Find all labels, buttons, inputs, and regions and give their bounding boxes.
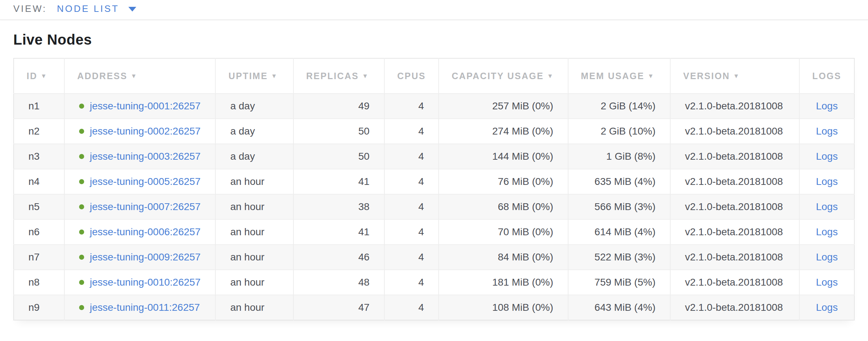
cpus-cell: 4 <box>384 295 439 320</box>
table-row-n1: n1jesse-tuning-0001:26257a day494257 MiB… <box>14 94 854 119</box>
logs-cell: Logs <box>799 245 854 270</box>
logs-cell: Logs <box>799 194 854 219</box>
version-cell: v2.1.0-beta.20181008 <box>670 270 799 295</box>
node-logs-link[interactable]: Logs <box>816 176 838 187</box>
column-header-label: REPLICAS <box>306 71 359 81</box>
capacity-cell: 76 MiB (0%) <box>439 169 568 194</box>
id-cell: n8 <box>14 270 64 295</box>
node-address-link[interactable]: jesse-tuning-0009:26257 <box>90 251 201 263</box>
logs-cell: Logs <box>799 219 854 245</box>
mem-cell: 566 MiB (3%) <box>568 194 670 219</box>
table-row-n5: n5jesse-tuning-0007:26257an hour38468 Mi… <box>14 194 854 219</box>
uptime-cell: a day <box>215 119 293 144</box>
address-wrap: jesse-tuning-0001:26257 <box>79 100 201 112</box>
node-address-link[interactable]: jesse-tuning-0007:26257 <box>90 201 201 213</box>
node-logs-link[interactable]: Logs <box>816 251 838 263</box>
capacity-cell: 144 MiB (0%) <box>439 144 568 169</box>
uptime-cell: an hour <box>215 245 293 270</box>
node-live-status-dot-icon <box>79 229 84 235</box>
node-address-link[interactable]: jesse-tuning-0002:26257 <box>90 126 201 137</box>
column-header-label: CAPACITY USAGE <box>452 71 544 81</box>
address-wrap: jesse-tuning-0005:26257 <box>79 176 201 187</box>
node-live-status-dot-icon <box>79 104 84 109</box>
column-header-cpus: CPUS <box>384 58 439 94</box>
id-cell: n6 <box>14 219 64 245</box>
capacity-cell: 70 MiB (0%) <box>439 219 568 245</box>
replicas-cell: 41 <box>293 219 384 245</box>
logs-cell: Logs <box>799 144 854 169</box>
node-logs-link[interactable]: Logs <box>816 100 838 112</box>
table-row-n2: n2jesse-tuning-0002:26257a day504274 MiB… <box>14 119 854 144</box>
uptime-cell: an hour <box>215 295 293 320</box>
node-logs-link[interactable]: Logs <box>816 126 838 137</box>
table-row-n8: n8jesse-tuning-0010:26257an hour484181 M… <box>14 270 854 295</box>
sort-desc-icon: ▼ <box>547 73 554 79</box>
column-header-id[interactable]: ID▼ <box>14 58 64 94</box>
column-header-mem[interactable]: MEM USAGE▼ <box>568 58 670 94</box>
node-live-status-dot-icon <box>79 255 84 260</box>
capacity-cell: 257 MiB (0%) <box>439 94 568 119</box>
address-wrap: jesse-tuning-0002:26257 <box>79 126 201 137</box>
node-logs-link[interactable]: Logs <box>816 226 838 237</box>
column-header-replicas[interactable]: REPLICAS▼ <box>293 58 384 94</box>
uptime-cell: an hour <box>215 169 293 194</box>
column-header-version[interactable]: VERSION▼ <box>670 58 799 94</box>
cpus-cell: 4 <box>384 144 439 169</box>
table-row-n9: n9jesse-tuning-0011:26257an hour474108 M… <box>14 295 854 320</box>
replicas-cell: 50 <box>293 119 384 144</box>
address-cell: jesse-tuning-0010:26257 <box>64 270 216 295</box>
capacity-cell: 108 MiB (0%) <box>439 295 568 320</box>
uptime-cell: an hour <box>215 194 293 219</box>
address-wrap: jesse-tuning-0006:26257 <box>79 226 201 238</box>
node-address-link[interactable]: jesse-tuning-0006:26257 <box>90 226 201 238</box>
node-live-status-dot-icon <box>79 154 84 159</box>
logs-cell: Logs <box>799 169 854 194</box>
id-cell: n7 <box>14 245 64 270</box>
logs-cell: Logs <box>799 119 854 144</box>
sort-desc-icon: ▼ <box>131 73 137 79</box>
column-header-label: UPTIME <box>228 71 268 81</box>
column-header-address[interactable]: ADDRESS▼ <box>64 58 216 94</box>
column-header-label: MEM USAGE <box>581 71 645 81</box>
replicas-cell: 50 <box>293 144 384 169</box>
node-address-link[interactable]: jesse-tuning-0011:26257 <box>90 302 200 313</box>
node-address-link[interactable]: jesse-tuning-0010:26257 <box>90 277 201 288</box>
column-header-capacity[interactable]: CAPACITY USAGE▼ <box>439 58 568 94</box>
replicas-cell: 46 <box>293 245 384 270</box>
uptime-cell: an hour <box>215 219 293 245</box>
column-header-uptime[interactable]: UPTIME▼ <box>215 58 293 94</box>
cpus-cell: 4 <box>384 94 439 119</box>
page-title: Live Nodes <box>13 32 855 48</box>
replicas-cell: 48 <box>293 270 384 295</box>
view-bar: VIEW: NODE LIST <box>0 0 868 20</box>
node-address-link[interactable]: jesse-tuning-0005:26257 <box>90 176 201 187</box>
mem-cell: 1 GiB (8%) <box>568 144 670 169</box>
cpus-cell: 4 <box>384 245 439 270</box>
version-cell: v2.1.0-beta.20181008 <box>670 119 799 144</box>
node-logs-link[interactable]: Logs <box>816 201 838 212</box>
mem-cell: 643 MiB (4%) <box>568 295 670 320</box>
view-selector-dropdown[interactable]: NODE LIST <box>57 3 136 14</box>
node-logs-link[interactable]: Logs <box>816 302 838 313</box>
caret-down-icon <box>128 7 136 12</box>
id-cell: n2 <box>14 119 64 144</box>
capacity-cell: 84 MiB (0%) <box>439 245 568 270</box>
address-cell: jesse-tuning-0011:26257 <box>64 295 216 320</box>
capacity-cell: 68 MiB (0%) <box>439 194 568 219</box>
address-wrap: jesse-tuning-0007:26257 <box>79 201 201 213</box>
node-logs-link[interactable]: Logs <box>816 277 838 288</box>
column-header-label: VERSION <box>683 71 730 81</box>
uptime-cell: an hour <box>215 270 293 295</box>
table-body: n1jesse-tuning-0001:26257a day494257 MiB… <box>14 94 854 320</box>
id-cell: n5 <box>14 194 64 219</box>
node-logs-link[interactable]: Logs <box>816 151 838 162</box>
column-header-label: ADDRESS <box>77 71 128 81</box>
version-cell: v2.1.0-beta.20181008 <box>670 169 799 194</box>
node-address-link[interactable]: jesse-tuning-0003:26257 <box>90 151 201 162</box>
id-cell: n3 <box>14 144 64 169</box>
table-row-n3: n3jesse-tuning-0003:26257a day504144 MiB… <box>14 144 854 169</box>
node-address-link[interactable]: jesse-tuning-0001:26257 <box>90 100 201 112</box>
version-cell: v2.1.0-beta.20181008 <box>670 245 799 270</box>
column-header-label: ID <box>27 71 37 81</box>
sort-desc-icon: ▼ <box>271 73 278 79</box>
